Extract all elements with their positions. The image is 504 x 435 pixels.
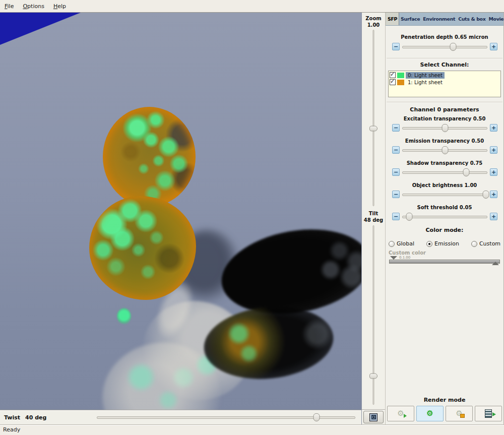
zoom-slider[interactable] [369, 30, 377, 206]
radio-icon [471, 241, 477, 247]
twist-value: 40 deg [25, 414, 46, 421]
decrement-button[interactable]: − [392, 124, 400, 132]
slider-thumb[interactable] [463, 168, 469, 176]
soft-threshold-label: Soft threshold 0.05 [386, 205, 503, 210]
control-panel: SFP Surface Environment Cuts & box Movie… [386, 13, 504, 424]
gradient-marker-right-icon [492, 262, 499, 265]
slider-track[interactable] [402, 191, 487, 199]
soft-threshold-slider: − + [386, 212, 503, 221]
tilt-slider-thumb[interactable] [369, 374, 377, 379]
render-active-button[interactable]: ⚙ [416, 406, 444, 421]
channel-row-0[interactable]: ✓ 0: Light sheet [389, 72, 500, 79]
green-arrow-icon [404, 414, 407, 418]
twist-slider-thumb[interactable] [313, 413, 320, 421]
increment-button[interactable]: + [490, 43, 497, 50]
penetration-depth-label: Penetration depth 0.65 micron [386, 34, 503, 40]
slider-track[interactable] [402, 43, 487, 51]
menu-help[interactable]: Help [49, 2, 71, 11]
zoom-label: Zoom 1.00 [362, 15, 385, 28]
film-strip-icon [485, 409, 492, 418]
slider-track[interactable] [402, 146, 487, 154]
decrement-button[interactable]: − [392, 213, 400, 220]
center-view-icon [369, 413, 377, 421]
render-mode-buttons: ⚙ ⚙ ⚙ [386, 406, 503, 421]
custom-color-gradient-editor: 0.1.00 [389, 256, 500, 265]
channel-row-1[interactable]: ✓ 1: Light sheet [389, 79, 500, 86]
decrement-button[interactable]: − [392, 168, 400, 176]
gear-green-icon: ⚙ [426, 410, 433, 417]
slider-thumb[interactable] [450, 43, 457, 51]
radio-custom[interactable]: Custom [471, 240, 500, 247]
channel-0-checkbox[interactable]: ✓ [390, 72, 396, 78]
zoom-slider-thumb[interactable] [369, 126, 377, 132]
slider-thumb[interactable] [406, 213, 412, 221]
radio-emission[interactable]: Emission [426, 240, 459, 247]
render-mode-title: Render mode [386, 397, 503, 403]
slider-rail[interactable] [402, 171, 487, 174]
zoom-slider-track[interactable] [373, 30, 374, 206]
slider-track[interactable] [402, 124, 487, 132]
channel-1-checkbox[interactable]: ✓ [390, 79, 396, 85]
tab-sfp[interactable]: SFP [386, 13, 399, 25]
specimen-sphere-small [89, 196, 196, 300]
tab-environment[interactable]: Environment [421, 13, 457, 25]
twist-slider[interactable] [97, 413, 355, 421]
radio-global[interactable]: Global [389, 240, 414, 247]
increment-button[interactable]: + [490, 168, 497, 176]
tilt-slider[interactable] [369, 225, 377, 405]
channel-list[interactable]: ✓ 0: Light sheet ✓ 1: Light sheet [388, 71, 501, 97]
tab-surface[interactable]: Surface [399, 13, 421, 25]
decrement-button[interactable]: − [392, 191, 400, 198]
menu-file[interactable]: File [0, 2, 18, 11]
radio-global-label: Global [397, 240, 414, 247]
radio-emission-label: Emission [434, 240, 459, 247]
channel-0-label: 0: Light sheet [406, 72, 445, 79]
tilt-value: 48 deg [362, 217, 385, 223]
viewport-3d[interactable] [0, 13, 361, 410]
reset-view-button[interactable] [363, 411, 384, 423]
tilt-label: Tilt 48 deg [362, 210, 385, 223]
slider-rail[interactable] [402, 216, 487, 218]
slider-thumb[interactable] [482, 191, 489, 199]
specimen-sphere-large [103, 107, 196, 207]
channel-1-color-swatch [397, 80, 404, 85]
status-bar: Ready [0, 424, 504, 434]
menu-bar: File Options Help [0, 0, 504, 13]
increment-button[interactable]: + [490, 191, 497, 198]
decrement-button[interactable]: − [392, 146, 400, 154]
slider-rail[interactable] [402, 194, 487, 196]
slider-track[interactable] [402, 213, 487, 221]
slider-thumb[interactable] [442, 124, 448, 132]
emission-transparency-label: Emission transparency 0.50 [386, 138, 503, 144]
orange-square-icon [460, 414, 465, 418]
menu-options[interactable]: Options [18, 2, 48, 11]
status-text: Ready [3, 426, 20, 433]
separator [387, 102, 502, 103]
decrement-button[interactable]: − [392, 43, 400, 50]
increment-button[interactable]: + [490, 124, 497, 132]
slider-rail[interactable] [402, 46, 487, 48]
slider-thumb[interactable] [442, 146, 448, 154]
excitation-transparency-slider: − + [386, 123, 503, 132]
render-preview-button[interactable]: ⚙ [387, 406, 414, 421]
check-icon: ✓ [390, 71, 395, 78]
tab-cuts-box[interactable]: Cuts & box [457, 13, 487, 25]
zoom-value: 1.00 [362, 22, 385, 28]
channel-1-label: 1: Light sheet [406, 79, 445, 86]
render-movie-button[interactable] [475, 406, 502, 421]
view-control-strip: Zoom 1.00 Tilt 48 deg [361, 13, 386, 424]
radio-selected-icon [426, 241, 432, 247]
render-stop-button[interactable]: ⚙ [446, 406, 473, 421]
slider-track[interactable] [402, 168, 487, 176]
green-arrow-icon [492, 412, 496, 416]
gradient-marker-left-icon [390, 256, 397, 260]
increment-button[interactable]: + [490, 146, 497, 154]
penetration-depth-slider: − + [386, 42, 503, 51]
panel-tab-bar: SFP Surface Environment Cuts & box Movie… [386, 13, 503, 26]
radio-icon [389, 241, 395, 247]
increment-button[interactable]: + [490, 213, 497, 220]
stage-plane-corner [0, 13, 81, 45]
gear-faded-icon: ⚙ [397, 410, 404, 417]
tab-movie[interactable]: Movie [487, 13, 503, 25]
gradient-marker-value: 0.1.00 [399, 256, 410, 260]
